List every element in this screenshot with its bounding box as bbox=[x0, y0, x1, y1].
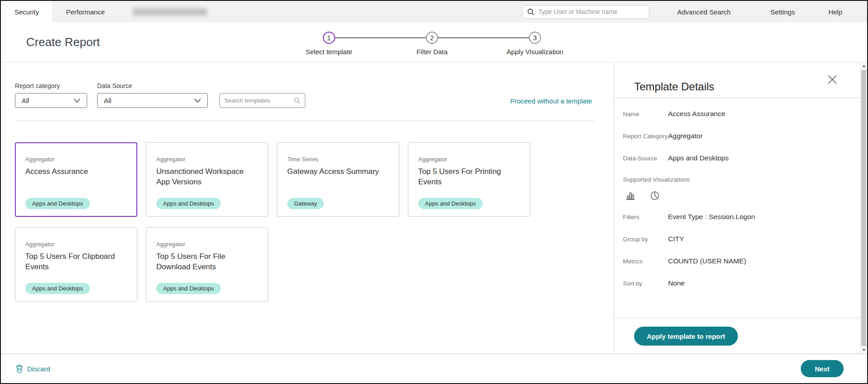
detail-value: Apps and Desktops bbox=[668, 154, 728, 162]
tab-redacted[interactable] bbox=[133, 8, 207, 16]
card-category: Aggregator bbox=[156, 156, 259, 163]
search-templates-box[interactable] bbox=[219, 93, 305, 108]
detail-row-metrics: Metrics COUNTD (USER NAME) bbox=[623, 257, 851, 265]
report-category-group: Report category All bbox=[15, 82, 87, 108]
card-title: Top 5 Users For File Download Events bbox=[156, 252, 259, 272]
detail-row-name: Name Access Assurance bbox=[623, 110, 851, 118]
card-tag: Apps and Desktops bbox=[25, 198, 90, 209]
wizard-stepper: 1 Select template 2 Filter Data 3 Apply … bbox=[323, 32, 541, 44]
card-title: Gateway Access Summary bbox=[287, 167, 390, 177]
tab-performance[interactable]: Performance bbox=[52, 1, 118, 23]
data-source-group: Data Source All bbox=[97, 82, 208, 108]
template-card-top5-clipboard-events[interactable]: Aggregator Top 5 Users For Clipboard Eve… bbox=[15, 227, 137, 302]
help-link[interactable]: Help bbox=[828, 8, 842, 16]
wizard-footer: Discard Next bbox=[1, 354, 867, 383]
tab-security[interactable]: Security bbox=[1, 1, 52, 23]
bar-chart-icon[interactable] bbox=[625, 190, 636, 201]
page-header: Create Report 1 Select template 2 Filter… bbox=[1, 23, 867, 62]
pie-chart-icon[interactable] bbox=[649, 190, 660, 201]
template-card-top5-file-download-events[interactable]: Aggregator Top 5 Users For File Download… bbox=[146, 227, 268, 302]
proceed-without-template-link[interactable]: Proceed without a template bbox=[510, 97, 592, 108]
filters-divider bbox=[15, 121, 595, 121]
template-card-unsanctioned-workspace-app-versions[interactable]: Aggregator Unsanctioned Workspace App Ve… bbox=[146, 142, 268, 217]
supported-visualizations: Supported Visualizations bbox=[623, 176, 851, 201]
step-3-label: Apply Visualization bbox=[507, 48, 564, 56]
detail-label: Data-Source bbox=[623, 154, 668, 162]
detail-value: CITY bbox=[668, 235, 684, 243]
card-tag: Apps and Desktops bbox=[25, 283, 90, 294]
step-2-label: Filter Data bbox=[416, 48, 448, 56]
detail-label: Report Category bbox=[623, 132, 668, 140]
detail-label: Group by bbox=[623, 235, 668, 243]
card-category: Aggregator bbox=[156, 241, 259, 248]
card-title: Top 5 Users For Printing Events bbox=[418, 167, 521, 187]
card-title: Unsanctioned Workspace App Versions bbox=[156, 167, 259, 187]
report-category-label: Report category bbox=[15, 82, 87, 89]
close-icon[interactable] bbox=[826, 73, 839, 86]
trash-icon bbox=[15, 364, 23, 373]
global-search-box[interactable] bbox=[522, 5, 649, 19]
create-report-window: Security Performance Advanced Search Set… bbox=[0, 0, 868, 384]
panel-footer: Apply template to report bbox=[614, 318, 860, 354]
template-card-access-assurance[interactable]: Aggregator Access Assurance Apps and Des… bbox=[15, 142, 137, 217]
report-category-value: All bbox=[22, 97, 29, 104]
stepper-connector bbox=[438, 37, 529, 38]
global-search-input[interactable] bbox=[538, 8, 644, 15]
template-card-top5-printing-events[interactable]: Aggregator Top 5 Users For Printing Even… bbox=[408, 142, 530, 217]
visualization-icons bbox=[623, 190, 851, 201]
step-apply-visualization[interactable]: 3 Apply Visualization bbox=[529, 32, 541, 44]
detail-value: Aggregator bbox=[668, 132, 703, 140]
search-icon bbox=[294, 97, 300, 104]
advanced-search-link[interactable]: Advanced Search bbox=[677, 8, 731, 16]
step-1-label: Select template bbox=[306, 48, 352, 56]
card-tag: Apps and Desktops bbox=[156, 198, 221, 209]
search-templates-input[interactable] bbox=[224, 97, 294, 104]
step-3-circle: 3 bbox=[529, 32, 541, 44]
detail-row-data-source: Data-Source Apps and Desktops bbox=[623, 154, 851, 162]
template-cards-grid: Aggregator Access Assurance Apps and Des… bbox=[15, 142, 614, 302]
detail-value: Event Type : Session.Logon bbox=[668, 213, 755, 221]
panel-body: Name Access Assurance Report Category Ag… bbox=[614, 98, 860, 318]
report-category-select[interactable]: All bbox=[15, 93, 87, 108]
step-select-template[interactable]: 1 Select template bbox=[323, 32, 335, 44]
settings-link[interactable]: Settings bbox=[770, 8, 795, 16]
step-2-circle: 2 bbox=[426, 32, 438, 44]
chevron-down-icon bbox=[194, 98, 201, 103]
card-category: Aggregator bbox=[418, 156, 521, 163]
discard-button[interactable]: Discard bbox=[15, 364, 50, 373]
discard-label: Discard bbox=[27, 365, 50, 373]
apply-template-button[interactable]: Apply template to report bbox=[634, 327, 737, 346]
data-source-label: Data Source bbox=[97, 82, 208, 89]
detail-row-filters: Filters Event Type : Session.Logon bbox=[623, 213, 851, 221]
page-title: Create Report bbox=[26, 35, 100, 49]
next-button[interactable]: Next bbox=[801, 360, 844, 377]
detail-row-sort-by: Sort by None bbox=[623, 279, 851, 287]
filters-row: Report category All Data Source All bbox=[15, 82, 614, 108]
template-card-gateway-access-summary[interactable]: Time Series Gateway Access Summary Gatew… bbox=[277, 142, 399, 217]
search-icon bbox=[527, 8, 535, 16]
panel-scrollbar[interactable] bbox=[860, 62, 867, 354]
data-source-select[interactable]: All bbox=[97, 93, 208, 108]
template-details-panel: Template Details Name Access Assurance R… bbox=[614, 62, 860, 354]
card-title: Top 5 Users For Clipboard Events bbox=[25, 252, 128, 272]
detail-label: Sort by bbox=[623, 279, 668, 287]
top-nav: Security Performance Advanced Search Set… bbox=[1, 1, 867, 23]
scroll-up-arrow[interactable] bbox=[860, 62, 867, 70]
template-gallery: Report category All Data Source All bbox=[1, 62, 614, 354]
detail-value: None bbox=[668, 279, 685, 287]
detail-value: COUNTD (USER NAME) bbox=[668, 257, 746, 265]
card-title: Access Assurance bbox=[25, 167, 128, 177]
card-tag: Apps and Desktops bbox=[156, 283, 221, 294]
detail-label: Name bbox=[623, 110, 668, 118]
card-category: Time Series bbox=[287, 156, 390, 163]
data-source-value: All bbox=[104, 97, 112, 104]
supported-visualizations-label: Supported Visualizations bbox=[623, 176, 851, 183]
nav-right-cluster: Advanced Search Settings Help bbox=[522, 1, 867, 23]
content-area: Report category All Data Source All bbox=[1, 62, 867, 354]
detail-label: Metrics bbox=[623, 257, 668, 265]
detail-row-report-category: Report Category Aggregator bbox=[623, 132, 851, 140]
scrollbar-thumb[interactable] bbox=[861, 70, 866, 346]
scroll-down-arrow[interactable] bbox=[860, 347, 867, 354]
step-filter-data[interactable]: 2 Filter Data bbox=[426, 32, 438, 44]
detail-label: Filters bbox=[623, 213, 668, 221]
